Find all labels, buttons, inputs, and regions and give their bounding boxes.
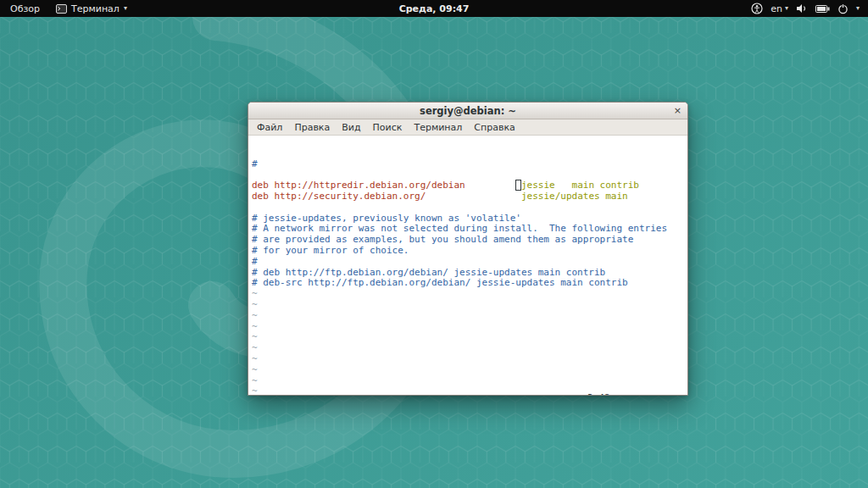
chevron-down-icon: ▾ [785,5,788,12]
terminal-line: ~ [252,311,687,322]
terminal-screen[interactable]: # deb http://httpredir.debian.org/debian… [248,136,687,395]
clock[interactable]: Среда, 09:47 [399,3,470,14]
app-menu[interactable]: Терминал ▾ [56,3,127,14]
keyboard-layout-indicator[interactable]: en ▾ [771,3,788,14]
accessibility-icon[interactable] [751,3,763,14]
window-title: sergiy@debian: ~ [420,105,516,117]
terminal-line: deb http://security.debian.org/ jessie/u… [252,191,687,202]
menu-item[interactable]: Поиск [367,121,409,134]
chevron-down-icon: ▾ [124,5,127,12]
terminal-window: sergiy@debian: ~ × ФайлПравкаВидПоискТер… [248,102,688,396]
terminal-app-icon [56,4,67,14]
menu-item[interactable]: Правка [288,121,336,134]
terminal-line: ~ [252,322,687,333]
menu-item[interactable]: Файл [251,121,288,134]
top-bar: Обзор Терминал ▾ Среда, 09:47 en ▾ [0,0,868,17]
chevron-down-icon[interactable]: ▾ [856,5,860,12]
terminal-line: ~ [252,332,687,343]
app-menu-label: Терминал [71,3,120,14]
terminal-line: ~ [252,289,687,300]
menu-item[interactable]: Справка [468,121,520,134]
keyboard-layout-label: en [771,3,782,14]
terminal-line: # [252,159,687,170]
activities-overview-button[interactable]: Обзор [8,3,42,15]
window-titlebar[interactable]: sergiy@debian: ~ × [248,103,687,119]
menu-item[interactable]: Вид [336,121,366,134]
vim-status-line: 3,48 Весь [248,382,687,393]
terminal-line: ~ [252,300,687,311]
terminal-line: ~ [252,343,687,354]
terminal-line: ~ [252,354,687,365]
terminal-line: # for your mirror of choice. [252,246,687,257]
terminal-line: # deb-src http://ftp.debian.org/debian/ … [252,278,687,289]
close-button[interactable]: × [674,103,682,119]
terminal-line: ~ [252,365,687,376]
battery-icon[interactable] [815,5,830,13]
volume-icon[interactable] [796,3,808,14]
power-icon[interactable] [837,3,849,14]
menu-bar: ФайлПравкаВидПоискТерминалСправка [248,119,687,136]
menu-item[interactable]: Терминал [408,121,468,134]
vim-ruler: 3,48 [587,393,610,395]
terminal-lines: # deb http://httpredir.debian.org/debian… [252,159,687,395]
vim-cursor [515,180,521,191]
